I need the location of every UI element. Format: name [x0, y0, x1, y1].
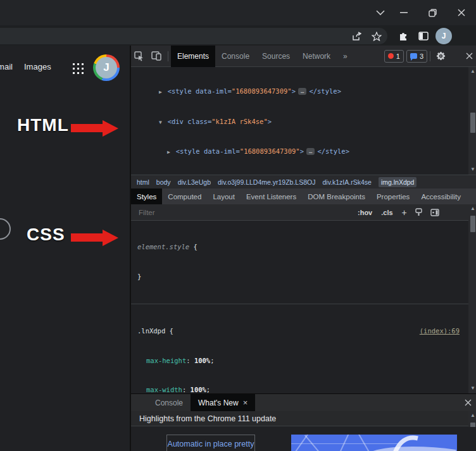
minimize-button[interactable] — [394, 6, 413, 19]
css-annotation-arrow — [71, 233, 103, 242]
html-annotation-arrowhead — [103, 120, 118, 137]
google-account-avatar[interactable]: J — [93, 54, 120, 81]
toggle-hover-state[interactable]: :hov — [358, 209, 372, 216]
google-apps-grid-icon[interactable] — [71, 61, 84, 74]
address-bar[interactable] — [0, 28, 387, 44]
tab-network[interactable]: Network — [296, 46, 337, 67]
close-whats-new-tab-icon[interactable]: × — [243, 398, 248, 407]
crumb-img-lnxdpd[interactable]: img.lnXdpd — [379, 177, 417, 187]
browser-avatar-initial: J — [442, 32, 446, 40]
tab-styles[interactable]: Styles — [131, 188, 162, 204]
images-link[interactable]: Images — [24, 62, 51, 71]
toolbar-separator — [430, 51, 430, 61]
tab-computed[interactable]: Computed — [162, 188, 207, 204]
css-property[interactable]: max-height: 100%; — [131, 356, 468, 366]
scroll-up-icon[interactable]: ▲ — [468, 67, 476, 76]
error-badge[interactable]: 1 — [384, 50, 404, 63]
toggle-class-state[interactable]: .cls — [381, 209, 392, 216]
devtools-close-icon[interactable] — [461, 53, 476, 59]
css-annotation-arrowhead — [103, 230, 118, 246]
whats-new-card[interactable]: Automatic in place pretty — [166, 435, 255, 451]
window-titlebar — [0, 0, 476, 25]
styles-sidebar-tabs: Styles Computed Layout Event Listeners D… — [131, 188, 476, 204]
page-background: Gmail Images J HTML CSS — [0, 46, 130, 451]
error-count: 1 — [396, 53, 400, 60]
drawer-tab-bar: Console What's New × — [131, 393, 476, 411]
html-annotation-label: HTML — [17, 115, 69, 135]
tab-properties[interactable]: Properties — [371, 188, 415, 204]
google-avatar-initial: J — [103, 61, 109, 74]
toolbar-separator — [168, 51, 168, 61]
drawer-tab-whats-new[interactable]: What's New × — [191, 394, 255, 412]
element-style-rule[interactable]: element.style { — [131, 242, 468, 252]
rule-lnxdpd[interactable]: .lnXdpd { (index):69 — [131, 326, 468, 337]
stylesheet-source-link[interactable]: (index):69 — [420, 326, 460, 337]
gmail-link[interactable]: Gmail — [0, 62, 13, 71]
crumb-body[interactable]: body — [156, 178, 171, 186]
extensions-puzzle-icon[interactable] — [396, 30, 410, 42]
devtools-panel: Elements Console Sources Network » 1 3 — [130, 46, 476, 451]
close-window-button[interactable] — [452, 6, 471, 19]
partial-circle-decoration — [0, 218, 11, 240]
device-toolbar-icon[interactable] — [147, 51, 165, 61]
scroll-down-icon[interactable]: ▼ — [468, 384, 476, 393]
devtools-toolbar: Elements Console Sources Network » 1 3 — [131, 46, 476, 67]
inspect-element-icon[interactable] — [131, 51, 147, 61]
dom-node[interactable]: ▼ <div class="k1zIA rSk4se"> — [131, 117, 468, 128]
side-panel-icon[interactable] — [416, 30, 430, 42]
tab-sources[interactable]: Sources — [256, 46, 296, 67]
message-bubble-icon — [410, 53, 417, 59]
issues-badge[interactable]: 3 — [406, 50, 427, 63]
more-tabs-chevron[interactable]: » — [337, 46, 354, 67]
dom-node[interactable]: ▶ <style data-iml="1680893647309">…</sty… — [131, 87, 468, 97]
crumb-div-l3eugb[interactable]: div.L3eUgb — [178, 178, 211, 186]
close-drawer-icon[interactable] — [458, 399, 476, 406]
restore-button[interactable] — [423, 6, 442, 19]
whats-new-header: Highlights from the Chrome 111 update — [131, 411, 476, 426]
tab-event-listeners[interactable]: Event Listeners — [241, 188, 302, 204]
scroll-down-icon[interactable]: ▼ — [468, 165, 476, 174]
browser-menu-icon[interactable] — [458, 30, 472, 42]
html-annotation-arrow — [71, 124, 103, 132]
new-style-rule-button[interactable]: + — [402, 207, 407, 218]
whats-new-heading: Highlights from the Chrome 111 update — [139, 414, 276, 423]
styles-pane: element.style { } .lnXdpd { (index):69 m… — [131, 221, 468, 393]
settings-gear-icon[interactable] — [433, 51, 448, 61]
browser-avatar[interactable]: J — [435, 28, 452, 44]
bookmark-star-icon[interactable] — [370, 30, 384, 42]
whats-new-content: Automatic in place pretty — [131, 427, 476, 451]
computed-sidebar-toggle-icon[interactable] — [430, 209, 439, 216]
tab-dom-breakpoints[interactable]: DOM Breakpoints — [302, 188, 371, 204]
scroll-up-icon[interactable]: ▲ — [468, 204, 476, 213]
css-annotation-label: CSS — [27, 225, 65, 245]
whats-new-illustration — [291, 435, 457, 451]
message-count: 3 — [420, 53, 423, 60]
dom-tree: ▶ <style data-iml="1680893647309">…</sty… — [131, 67, 468, 175]
share-icon[interactable] — [349, 30, 363, 42]
styles-filter-bar: :hov .cls + — [131, 204, 476, 221]
crumb-div-k1zia[interactable]: div.k1zIA.rSk4se — [322, 178, 371, 186]
dom-scrollbar[interactable]: ▲ ▼ — [468, 67, 476, 175]
whats-new-card-title: Automatic in place pretty — [168, 440, 254, 451]
scroll-up-icon[interactable]: ▲ — [468, 411, 476, 420]
filter-input[interactable] — [131, 208, 349, 217]
dom-node[interactable]: ▶ <style data-iml="1680893647309">…</sty… — [131, 147, 468, 158]
css-property[interactable]: max-width: 100%; — [131, 385, 468, 393]
tab-accessibility[interactable]: Accessibility — [415, 188, 467, 204]
tab-console[interactable]: Console — [215, 46, 256, 67]
tab-elements[interactable]: Elements — [171, 46, 215, 67]
drawer-tab-console[interactable]: Console — [147, 394, 191, 412]
breadcrumb: html body div.L3eUgb div.o3j99.LLD4me.yr… — [131, 175, 476, 188]
tab-layout[interactable]: Layout — [207, 188, 241, 204]
crumb-html[interactable]: html — [137, 178, 149, 186]
styles-scrollbar[interactable]: ▲ ▼ — [468, 204, 476, 393]
chevron-down-icon[interactable] — [371, 6, 390, 19]
style-format-icon[interactable] — [415, 208, 423, 216]
screen: J Gmail Images J HTML CSS Elements — [0, 0, 476, 451]
error-icon — [388, 53, 394, 59]
crumb-div-o3j99[interactable]: div.o3j99.LLD4me.yr19Zb.LS8OJ — [218, 178, 315, 186]
